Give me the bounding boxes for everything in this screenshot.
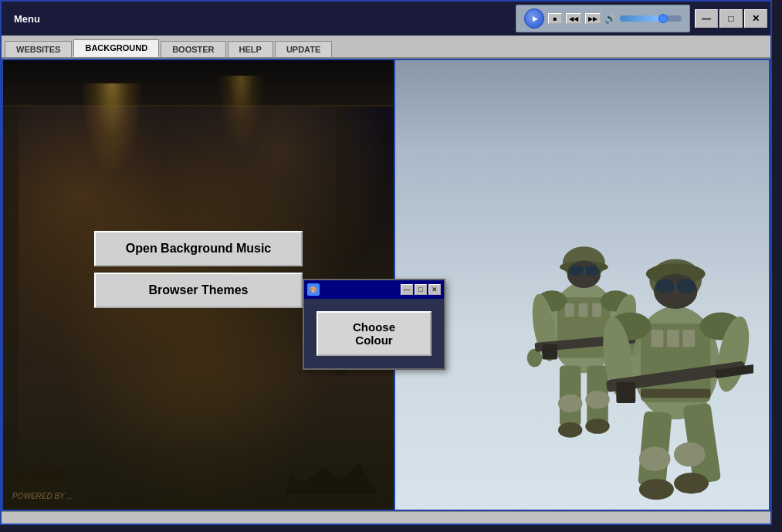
dialog-content: Choose Colour	[304, 299, 444, 368]
main-window: Menu ▶ ■ ◀◀ ▶▶ 🔊 — □ ✕ W	[0, 0, 772, 525]
dialog-close-button[interactable]: ✕	[428, 284, 441, 295]
svg-rect-9	[584, 269, 585, 275]
tab-websites[interactable]: WEBSITES	[5, 41, 72, 57]
svg-point-45	[639, 479, 674, 500]
tab-background[interactable]: BACKGROUND	[73, 39, 159, 57]
minimize-button[interactable]: —	[695, 9, 718, 28]
choose-colour-button[interactable]: Choose Colour	[317, 311, 432, 356]
soldiers-scene	[445, 85, 753, 510]
main-content: Open Background Music Browser Themes POW…	[2, 59, 770, 511]
buttons-panel: Open Background Music Browser Themes	[94, 231, 303, 308]
game-watermark: POWERED BY ...	[12, 492, 73, 500]
svg-rect-50	[641, 389, 710, 398]
media-player: ▶ ■ ◀◀ ▶▶ 🔊	[516, 5, 690, 32]
media-volume-icon: 🔊	[604, 13, 616, 24]
media-play-button[interactable]: ▶	[524, 8, 544, 29]
color-picker-dialog: 🎨 — □ ✕ Choose Colour	[303, 279, 445, 370]
svg-point-19	[558, 395, 582, 413]
dialog-window-controls: — □ ✕	[401, 284, 441, 295]
svg-point-43	[639, 446, 671, 471]
svg-point-44	[674, 442, 706, 467]
media-volume-slider[interactable]	[620, 15, 682, 22]
open-background-music-button[interactable]: Open Background Music	[94, 231, 303, 266]
dialog-minimize-button[interactable]: —	[401, 284, 413, 295]
svg-rect-49	[682, 330, 695, 347]
svg-rect-48	[667, 330, 679, 347]
dialog-icon: 🎨	[307, 283, 320, 296]
svg-point-33	[655, 280, 675, 293]
svg-rect-40	[616, 382, 635, 403]
media-prev-button[interactable]: ◀◀	[566, 13, 581, 24]
svg-point-8	[584, 266, 599, 276]
svg-rect-24	[578, 303, 587, 317]
tab-booster[interactable]: BOOSTER	[161, 41, 225, 57]
dialog-title-bar: 🎨 — □ ✕	[304, 280, 444, 299]
close-button[interactable]: ✕	[744, 9, 767, 28]
media-next-button[interactable]: ▶▶	[585, 13, 601, 24]
right-panel	[395, 59, 770, 511]
svg-rect-25	[592, 303, 601, 317]
svg-point-22	[585, 418, 609, 434]
tab-update[interactable]: UPDATE	[275, 41, 332, 57]
dialog-maximize-button[interactable]: □	[415, 284, 427, 295]
browser-themes-button[interactable]: Browser Themes	[94, 273, 303, 308]
svg-rect-23	[565, 303, 574, 317]
window-controls: — □ ✕	[695, 9, 770, 28]
bottom-bar	[2, 511, 770, 524]
svg-rect-16	[542, 344, 557, 360]
media-stop-button[interactable]: ■	[548, 13, 562, 24]
svg-point-12	[527, 349, 543, 368]
maximize-button[interactable]: □	[719, 9, 743, 28]
svg-point-46	[674, 473, 709, 493]
svg-point-34	[676, 280, 696, 293]
svg-point-7	[569, 266, 584, 276]
svg-point-20	[585, 391, 609, 409]
app-title: Menu	[14, 13, 40, 25]
svg-point-21	[558, 422, 582, 438]
tab-bar: WEBSITES BACKGROUND BOOSTER HELP UPDATE	[2, 36, 770, 59]
svg-rect-47	[652, 330, 664, 347]
tab-help[interactable]: HELP	[228, 41, 273, 57]
